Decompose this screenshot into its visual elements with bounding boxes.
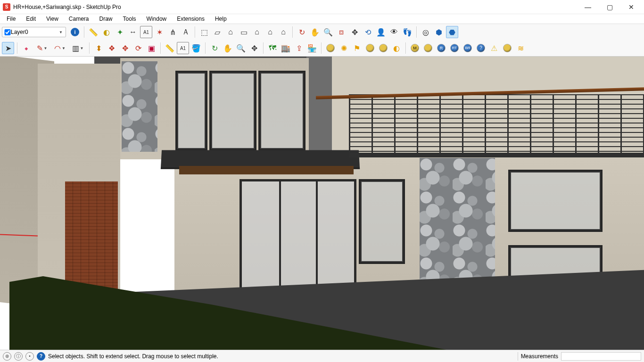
move-tool-icon[interactable]: ✥ [119,42,131,54]
axes-color-icon[interactable]: ⋔ [166,26,179,38]
help-icon[interactable]: ? [37,352,45,361]
right-view-icon[interactable]: ⌂ [264,26,276,38]
model-box-icon[interactable]: ⬚ [198,26,210,38]
iso-house-icon[interactable]: ⌂ [251,26,263,38]
rt-round-icon[interactable]: RT [448,42,461,54]
text2-icon[interactable]: A1 [177,42,189,54]
zoom-extents-icon[interactable]: ✥ [348,26,361,38]
menu-edit[interactable]: Edit [21,15,41,23]
menu-tools[interactable]: Tools [118,15,141,23]
close-button[interactable]: ✕ [620,0,642,14]
layer-current-name: Layer0 [11,29,58,35]
extension-warehouse-icon[interactable]: 🏪 [306,42,318,54]
tape-measure2-icon[interactable]: 📏 [164,42,176,54]
orbit-icon[interactable]: ↻ [296,26,308,38]
arc-tool-icon[interactable]: ◠▼ [51,42,68,54]
zoom-extents2-icon[interactable]: ✥ [248,42,260,54]
m-round-icon[interactable]: M [409,42,421,54]
orbit2-icon[interactable]: ↻ [208,42,221,54]
toolbar-row-1: Layer0 ▼ i 📏 ◐ ✦ ↔ A1 ✶ ⋔ Ａ ⬚ ▱ ⌂ ▭ ⌂ ⌂ … [0,24,644,40]
viewport-3d[interactable] [0,57,644,350]
profile-icon[interactable]: • [25,352,34,361]
rectangle-tool-icon[interactable]: ▥▼ [69,42,86,54]
layer-selector[interactable]: Layer0 ▼ [2,27,66,37]
rotate-tool-icon[interactable]: ⟳ [132,42,144,54]
sun-dot-icon[interactable] [501,42,513,54]
soften-icon[interactable]: ≋ [514,42,527,54]
r-round-icon[interactable]: R [435,42,447,54]
protractor-icon[interactable]: ◐ [100,26,113,38]
walk-icon[interactable]: 👣 [401,26,413,38]
zoom2-icon[interactable]: 🔍 [235,42,247,54]
br-round-icon[interactable]: BR [462,42,474,54]
menu-file[interactable]: File [2,15,20,23]
layer-visible-checkbox[interactable] [4,29,11,35]
back-face-icon[interactable]: ⬢ [433,26,445,38]
model-scene [0,57,644,350]
menu-draw[interactable]: Draw [95,15,117,23]
followme-icon[interactable]: ❖ [106,42,118,54]
axes-tool-icon[interactable]: ✦ [114,26,126,38]
next-view-icon[interactable]: 👤 [375,26,387,38]
top-view-icon[interactable]: ▭ [238,26,250,38]
sun-path-icon[interactable]: ✺ [338,42,350,54]
maximize-button[interactable]: ▢ [599,0,620,14]
text-label-icon[interactable]: A1 [140,26,152,38]
toolbar-row-2: ➤ ⬥ ✎▼ ◠▼ ▥▼ ⬍ ❖ ✥ ⟳ ▣ 📏 A1 🪣 ↻ ✋ 🔍 ✥ 🗺 … [0,40,644,56]
scale-tool-icon[interactable]: ▣ [145,42,157,54]
front-view-house-icon[interactable]: ⌂ [224,26,237,38]
zoom-window-icon[interactable]: ⧈ [335,26,347,38]
shadow-dot-icon[interactable] [324,42,337,54]
statusbar: ⊕ ⓘ • ? Select objects. Shift to extend … [0,350,644,362]
shaded-textures-icon[interactable]: ⬣ [446,26,458,38]
pan-hand-icon[interactable]: ✋ [309,26,321,38]
hidden-obj-icon[interactable] [377,42,389,54]
window-title: HR+House,+Sariwangi.skp - SketchUp Pro [13,4,121,10]
style-xray-icon[interactable]: ◎ [420,26,432,38]
status-hint: Select objects. Shift to extend select. … [48,353,218,360]
measurements-label: Measurements [521,353,558,360]
toolbars: Layer0 ▼ i 📏 ◐ ✦ ↔ A1 ✶ ⋔ Ａ ⬚ ▱ ⌂ ▭ ⌂ ⌂ … [0,24,644,57]
pushpull-icon[interactable]: ⬍ [92,42,105,54]
geo-location-icon[interactable]: ⊕ [3,352,11,361]
eraser-icon[interactable]: ⬥ [20,42,33,54]
menubar: File Edit View Camera Draw Tools Window … [0,14,644,24]
3dwarehouse-icon[interactable]: 🏬 [280,42,292,54]
section-plane-icon[interactable]: ✶ [153,26,165,38]
zoom-icon[interactable]: 🔍 [322,26,334,38]
previous-view-icon[interactable]: ⟲ [362,26,374,38]
menu-window[interactable]: Window [142,15,172,23]
make-component-icon[interactable]: ▱ [211,26,223,38]
3d-text-icon[interactable]: Ａ [180,26,192,38]
minimize-button[interactable]: — [577,0,599,14]
chevron-down-icon[interactable]: ▼ [58,30,64,34]
menu-camera[interactable]: Camera [64,15,94,23]
dimension-icon[interactable]: ↔ [127,26,139,38]
credits-icon[interactable]: ⓘ [14,352,23,361]
tape-measure-icon[interactable]: 📏 [87,26,99,38]
left-view-icon[interactable]: ⌂ [277,26,289,38]
menu-view[interactable]: View [41,15,63,23]
look-around-icon[interactable]: 👁 [388,26,400,38]
pencil-line-icon[interactable]: ✎▼ [33,42,50,54]
share-model-icon[interactable]: ⇪ [293,42,305,54]
select-tool-icon[interactable]: ➤ [2,42,14,54]
titlebar: S HR+House,+Sariwangi.skp - SketchUp Pro… [0,0,644,14]
help-round-icon[interactable]: ? [475,42,487,54]
window-controls: — ▢ ✕ [577,0,642,14]
hidden-geom-icon[interactable] [364,42,376,54]
paint-bucket-icon[interactable]: 🪣 [190,42,202,54]
measurements-input[interactable] [561,352,641,361]
layer-info-button[interactable]: i [69,26,81,38]
q-round-icon[interactable] [422,42,434,54]
menu-help[interactable]: Help [210,15,231,23]
pan2-icon[interactable]: ✋ [222,42,234,54]
map-location-icon[interactable]: 🗺 [266,42,279,54]
flag-icon[interactable]: ⚑ [351,42,363,54]
menu-extensions[interactable]: Extensions [172,15,209,23]
warn-icon[interactable]: ⚠ [488,42,500,54]
styles-icon[interactable]: ◐ [390,42,403,54]
app-icon: S [3,3,10,11]
